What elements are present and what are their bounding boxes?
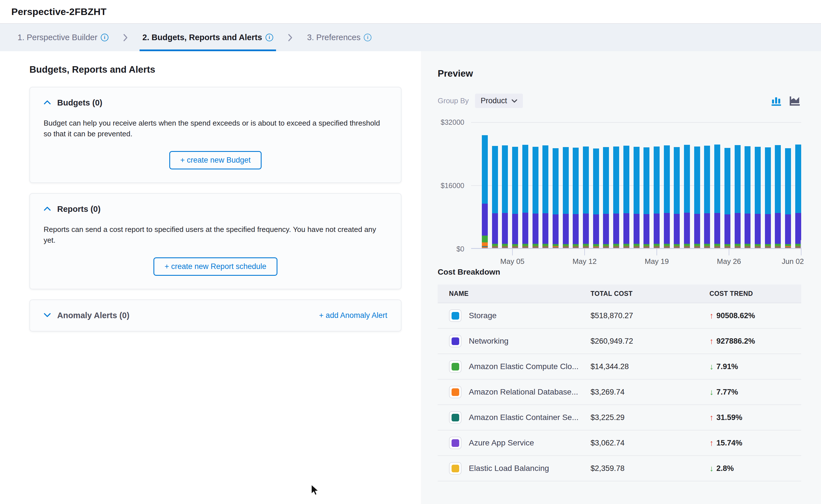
stacked-bar-may-17[interactable] xyxy=(644,147,650,248)
chevron-up-icon[interactable] xyxy=(44,100,51,106)
table-row[interactable]: Networking$260,949.72↑927886.2% xyxy=(438,329,801,354)
step-tabbar: 1. Perspective Builder i 2. Budgets, Rep… xyxy=(0,24,821,51)
reports-description: Reports can send a cost report to specif… xyxy=(44,224,387,245)
bar-segment xyxy=(654,147,660,214)
stacked-bar-may-02[interactable] xyxy=(492,146,498,248)
x-tick xyxy=(729,248,729,255)
stacked-bar-may-31[interactable] xyxy=(785,148,791,248)
stacked-bar-may-10[interactable] xyxy=(573,148,579,248)
stacked-bar-may-26[interactable] xyxy=(735,145,741,248)
bar-segment xyxy=(563,248,569,248)
bar-segment xyxy=(613,244,619,246)
bar-segment xyxy=(735,145,741,213)
stacked-bar-may-07[interactable] xyxy=(542,145,548,248)
series-color-swatch xyxy=(449,462,461,475)
tab-perspective-builder[interactable]: 1. Perspective Builder i xyxy=(13,24,113,51)
stacked-bar-may-29[interactable] xyxy=(765,147,771,248)
info-icon[interactable]: i xyxy=(364,34,371,41)
bar-segment xyxy=(624,248,629,248)
table-row[interactable]: Amazon Elastic Compute Clo...$14,344.28↓… xyxy=(438,354,801,380)
row-total-cost: $3,269.74 xyxy=(590,388,710,397)
add-anomaly-alert-link[interactable]: + add Anomaly Alert xyxy=(319,311,387,320)
bar-segment xyxy=(795,213,801,244)
bar-segment xyxy=(795,145,801,213)
bar-segment xyxy=(512,147,518,214)
x-tick xyxy=(512,248,513,255)
bar-segment xyxy=(664,213,670,244)
bar-segment xyxy=(502,244,508,246)
stacked-bar-may-06[interactable] xyxy=(532,147,538,248)
table-row[interactable]: Elastic Load Balancing$2,359.78↓2.8% xyxy=(438,456,801,481)
row-trend-value: 7.77% xyxy=(717,388,738,397)
y-tick-label: $16000 xyxy=(441,182,464,190)
bar-segment xyxy=(593,248,599,248)
area-chart-view-icon[interactable] xyxy=(789,95,801,107)
stacked-bar-may-18[interactable] xyxy=(654,147,660,248)
info-icon[interactable]: i xyxy=(266,34,273,41)
reports-card-title[interactable]: Reports (0) xyxy=(57,204,100,214)
stacked-bar-may-28[interactable] xyxy=(755,147,761,248)
group-by-dropdown[interactable]: Product xyxy=(475,94,523,108)
anomaly-alerts-card-title[interactable]: Anomaly Alerts (0) xyxy=(57,311,129,320)
stacked-bar-may-30[interactable] xyxy=(775,145,781,248)
window-header: Perspective-2FBZHT xyxy=(0,0,821,24)
stacked-bar-may-12[interactable] xyxy=(593,148,599,248)
bar-segment xyxy=(532,244,538,246)
bar-segment xyxy=(765,244,771,246)
stacked-bar-may-16[interactable] xyxy=(634,147,640,248)
stacked-bar-may-13[interactable] xyxy=(603,147,609,248)
stacked-bar-may-21[interactable] xyxy=(684,145,690,248)
stacked-bar-may-08[interactable] xyxy=(553,148,558,248)
bar-segment xyxy=(482,242,488,246)
stacked-bar-may-01[interactable] xyxy=(482,135,488,248)
bar-segment xyxy=(613,147,619,214)
create-new-report-schedule-button[interactable]: + create new Report schedule xyxy=(153,257,277,276)
table-row[interactable]: Amazon Relational Database...$3,269.74↓7… xyxy=(438,380,801,405)
stacked-bar-may-04[interactable] xyxy=(512,147,518,248)
bar-segment xyxy=(613,214,619,244)
bar-segment xyxy=(522,213,528,244)
stacked-bar-may-24[interactable] xyxy=(714,145,720,248)
stacked-bar-may-14[interactable] xyxy=(613,147,619,248)
create-new-budget-button[interactable]: + create new Budget xyxy=(169,151,262,169)
tab-preferences[interactable]: 3. Preferences i xyxy=(303,24,376,51)
bar-segment xyxy=(492,244,498,246)
stacked-bar-may-03[interactable] xyxy=(502,145,508,248)
bar-segment xyxy=(735,213,741,244)
stacked-bar-may-09[interactable] xyxy=(563,147,569,248)
bar-segment xyxy=(522,145,528,213)
column-header-total-cost: TOTAL COST xyxy=(590,290,710,298)
bar-segment xyxy=(542,244,548,246)
stacked-bar-may-27[interactable] xyxy=(745,146,751,248)
stacked-bar-may-23[interactable] xyxy=(704,146,710,248)
stacked-bar-jun-01[interactable] xyxy=(795,145,801,248)
bar-segment xyxy=(694,244,700,246)
group-by-value: Product xyxy=(481,96,507,105)
bar-chart-view-icon[interactable] xyxy=(770,95,783,107)
stacked-bar-may-05[interactable] xyxy=(522,145,528,248)
table-row[interactable]: Amazon Elastic Container Se...$3,225.29↑… xyxy=(438,405,801,430)
bar-segment xyxy=(573,214,579,244)
table-row[interactable]: Azure App Service$3,062.74↑15.74% xyxy=(438,430,801,456)
chevron-up-icon[interactable] xyxy=(44,206,51,212)
stacked-bar-may-11[interactable] xyxy=(583,147,589,248)
info-icon[interactable]: i xyxy=(101,34,108,41)
budgets-card-title[interactable]: Budgets (0) xyxy=(57,98,102,107)
bar-segment xyxy=(553,248,558,248)
table-row[interactable]: Storage$518,870.27↑90508.62% xyxy=(438,303,801,329)
stacked-bar-may-19[interactable] xyxy=(664,145,670,248)
stacked-bar-may-22[interactable] xyxy=(694,147,700,248)
stacked-bar-may-15[interactable] xyxy=(624,146,629,248)
group-by-label: Group By xyxy=(438,96,469,105)
stacked-bar-may-25[interactable] xyxy=(725,148,730,248)
bar-segment xyxy=(725,244,730,246)
bar-segment xyxy=(674,147,680,214)
bar-segment xyxy=(714,248,720,248)
budgets-card: Budgets (0) Budget can help you receive … xyxy=(29,87,401,183)
stacked-bar-may-20[interactable] xyxy=(674,147,680,248)
tab-budgets-reports-alerts[interactable]: 2. Budgets, Reports and Alerts i xyxy=(138,24,278,51)
chevron-down-icon[interactable] xyxy=(44,313,51,318)
bar-segment xyxy=(795,244,801,246)
chart-plot-area: May 05May 12May 19May 26Jun 02 xyxy=(471,122,801,249)
bars-container xyxy=(482,122,801,248)
